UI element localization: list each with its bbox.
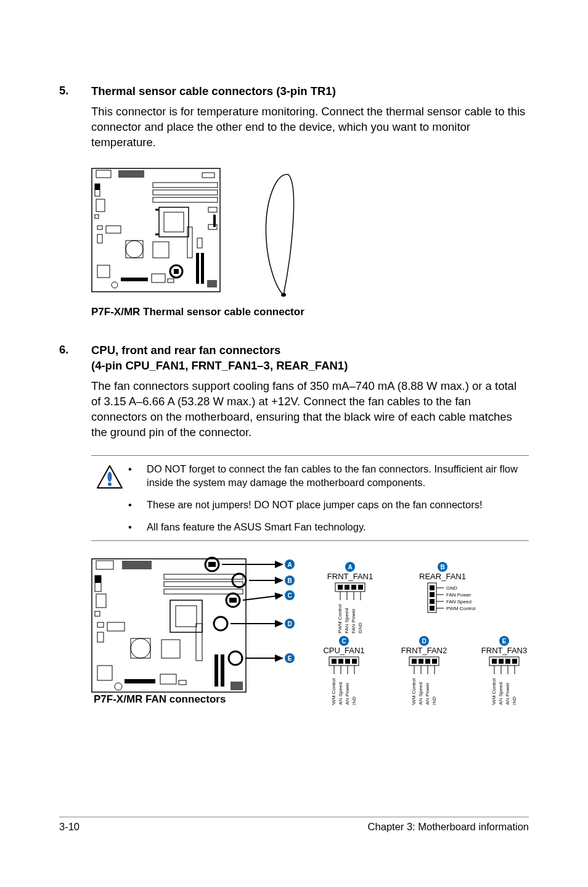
svg-text:GND: GND [431,696,437,705]
warning-box: • DO NOT forget to connect the fan cable… [91,455,529,541]
svg-rect-96 [358,585,363,590]
svg-point-73 [229,651,242,665]
svg-text:B: B [440,563,444,570]
svg-text:PWM Control: PWM Control [446,606,476,611]
svg-line-76 [243,595,282,600]
section-5-header: 5. Thermal sensor cable connectors (3-pi… [59,84,529,99]
svg-text:FAN Power: FAN Power [351,608,356,633]
svg-rect-52 [107,622,125,631]
svg-text:A: A [287,561,292,567]
warning-item-3: • All fans feature the ASUS Smart Fan te… [128,520,529,534]
svg-rect-51 [95,611,100,616]
svg-rect-50 [96,594,106,608]
bullet-icon: • [128,462,147,490]
svg-rect-3 [202,173,214,178]
svg-text:B: B [287,577,292,584]
svg-rect-8 [164,212,184,232]
svg-rect-46 [170,600,202,632]
svg-rect-141 [412,659,417,664]
svg-rect-22 [213,215,216,227]
svg-rect-15 [106,226,121,233]
svg-text:FAN Speed: FAN Speed [338,682,343,705]
svg-text:FRNT_FAN2: FRNT_FAN2 [401,646,447,655]
svg-rect-57 [161,640,180,658]
fan-connectors-diagram: A B C D E A FRNT_FAN1 [91,551,529,705]
svg-text:PWM Control: PWM Control [337,604,343,633]
svg-rect-62 [125,679,155,683]
svg-rect-158 [499,659,504,664]
svg-text:PWM Control: PWM Control [411,678,417,705]
svg-rect-35 [174,269,179,274]
svg-rect-17 [97,234,102,243]
svg-rect-26 [196,253,199,284]
chapter-title: Chapter 3: Motherboard information [368,821,529,833]
svg-text:E: E [288,654,292,661]
svg-rect-53 [97,622,104,627]
svg-text:C: C [341,637,346,644]
svg-text:FAN Speed: FAN Speed [498,682,504,705]
svg-text:FAN Speed: FAN Speed [344,608,349,633]
svg-text:A: A [348,563,352,570]
svg-rect-60 [221,654,224,687]
figure-thermal-sensor: P7F-X/MR Thermal sensor cable connector [91,165,529,318]
svg-text:FAN Speed: FAN Speed [418,682,423,705]
svg-rect-6 [153,197,218,202]
svg-text:FAN Power: FAN Power [425,682,430,705]
svg-rect-54 [97,632,104,642]
svg-rect-41 [96,561,113,569]
svg-text:GND: GND [357,622,363,633]
svg-rect-20 [153,242,169,258]
section-6-number: 6. [59,343,91,374]
warning-item-2: • These are not jumpers! DO NOT place ju… [128,498,529,511]
section-6-header: 6. CPU, front and rear fan connectors (4… [59,343,529,374]
svg-rect-28 [97,265,110,278]
svg-rect-31 [152,274,165,283]
section-6-title-wrap: CPU, front and rear fan connectors (4-pi… [91,343,529,374]
svg-point-69 [232,574,246,587]
svg-rect-7 [159,207,189,237]
svg-rect-58 [196,624,202,661]
section-6-title-line2: (4-pin CPU_FAN1, FRNT_FAN1–3, REAR_FAN1) [91,358,529,374]
svg-rect-128 [352,659,357,664]
svg-point-63 [115,683,122,690]
svg-text:PWM Control: PWM Control [331,678,337,705]
svg-rect-42 [122,561,152,569]
svg-rect-21 [208,207,217,212]
warning-list: • DO NOT forget to connect the fan cable… [128,462,529,534]
svg-rect-1 [96,170,111,178]
svg-rect-144 [432,659,437,664]
svg-point-18 [126,241,143,258]
svg-text:GND: GND [446,585,457,591]
svg-rect-2 [118,170,144,178]
warning-3-text: All fans feature the ASUS Smart Fan tech… [147,520,529,534]
svg-rect-65 [179,680,186,685]
section-5-title-wrap: Thermal sensor cable connectors (3-pin T… [91,84,529,99]
page-footer: 3-10 Chapter 3: Motherboard information [59,817,529,833]
svg-point-39 [108,482,112,486]
svg-rect-157 [492,659,497,664]
svg-rect-32 [168,279,174,283]
svg-rect-0 [92,168,220,292]
warning-item-1: • DO NOT forget to connect the fan cable… [128,462,529,490]
svg-rect-13 [96,199,105,212]
svg-rect-159 [505,659,510,664]
page-number: 3-10 [59,821,80,833]
svg-rect-5 [153,190,218,195]
svg-text:CPU_FAN1: CPU_FAN1 [323,646,364,655]
svg-text:FRNT_FAN3: FRNT_FAN3 [481,646,527,655]
svg-point-72 [214,617,227,630]
svg-text:GND: GND [512,696,517,705]
svg-point-30 [112,282,118,288]
svg-rect-27 [201,253,204,284]
svg-point-38 [108,472,112,482]
svg-rect-127 [345,659,350,664]
svg-text:D: D [287,620,292,627]
svg-rect-44 [164,582,243,587]
svg-rect-68 [208,562,216,567]
svg-point-36 [281,293,286,297]
svg-rect-61 [97,666,112,680]
svg-rect-125 [332,659,337,664]
svg-rect-14 [95,215,99,218]
svg-rect-12 [95,184,100,190]
svg-text:FRNT_FAN1: FRNT_FAN1 [327,572,373,581]
